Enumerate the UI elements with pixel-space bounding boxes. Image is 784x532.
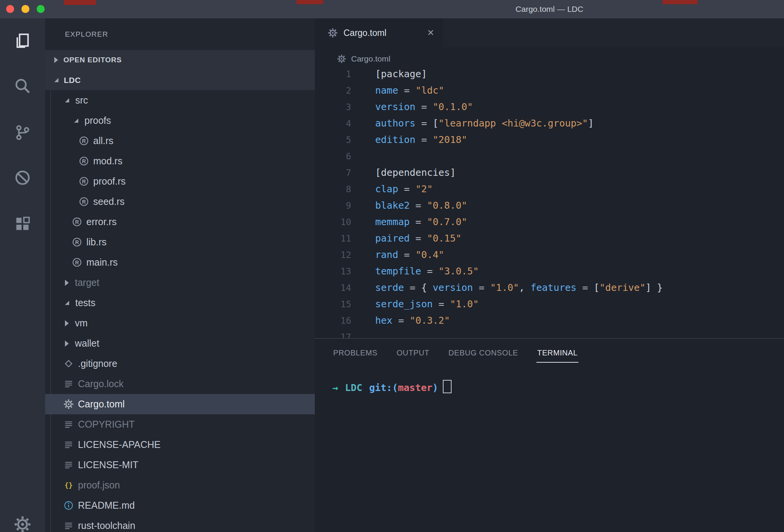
chevron-right-icon [54,57,58,63]
code-line[interactable]: 2name = "ldc" [315,82,784,99]
open-editors-section[interactable]: OPEN EDITORS [45,50,315,70]
tree-file-main.rs[interactable]: main.rs [45,252,315,272]
line-number: 11 [315,230,351,247]
line-number: 1 [315,70,351,83]
activitybar-explorer[interactable] [14,32,31,50]
code-line[interactable]: 9blake2 = "0.8.0" [315,197,784,214]
code-line[interactable]: 10memmap = "0.7.0" [315,214,784,230]
code-line[interactable]: 8clap = "2" [315,181,784,197]
code-line[interactable]: 14serde = { version = "1.0", features = … [315,279,784,296]
tree-folder-proofs[interactable]: proofs [45,110,315,131]
code-token: "1.0" [450,298,479,310]
activitybar-search[interactable] [14,77,31,95]
code-line[interactable]: 6 [315,148,784,164]
code-text: edition = "2018" [375,134,467,145]
panel-tab-problems[interactable]: PROBLEMS [332,345,378,363]
activitybar-extensions[interactable] [14,215,31,233]
breadcrumb[interactable]: Cargo.toml [315,47,784,70]
rust-icon [79,196,89,207]
tree-file-all.rs[interactable]: all.rs [45,131,315,151]
minimize-window-button[interactable] [21,5,29,13]
code-line[interactable]: 7[dependencies] [315,164,784,181]
code-token: = [404,282,421,293]
code-line[interactable]: 11paired = "0.15" [315,230,784,247]
tree-item-label: error.rs [86,216,117,227]
tree-file-rust-toolchain[interactable]: rust-toolchain [45,516,315,532]
terminal-cursor [443,380,452,393]
tab-label: Cargo.toml [343,28,386,38]
tree-folder-tests[interactable]: tests [45,293,315,313]
gear-icon [63,399,74,409]
vscode-window: Cargo.toml — LDC EXPLORER OPEN EDITORS L… [0,0,784,532]
tree-folder-wallet[interactable]: wallet [45,333,315,354]
tree-item-label: mod.rs [93,156,122,167]
tree-folder-target[interactable]: target [45,272,315,293]
panel-tab-output[interactable]: OUTPUT [396,345,430,363]
extensions-icon [14,215,31,233]
tree-file-LICENSE-MIT[interactable]: LICENSE-MIT [45,455,315,475]
chevron-down-icon [74,118,78,123]
code-token: "derive" [599,282,645,293]
activitybar-source-control[interactable] [14,124,31,141]
code-token: "0.8.0" [427,200,467,211]
prompt-directory: LDC [345,382,362,393]
code-line[interactable]: 3version = "0.1.0" [315,99,784,115]
code-line[interactable]: 16hex = "0.3.2" [315,312,784,329]
close-icon[interactable]: × [427,18,434,47]
tree-file-lib.rs[interactable]: lib.rs [45,232,315,252]
code-line[interactable]: 17 [315,329,784,338]
code-token: authors [375,118,415,129]
tree-file-proof.json[interactable]: proof.json [45,475,315,495]
tree-file-proof.rs[interactable]: proof.rs [45,171,315,191]
code-line[interactable]: 5edition = "2018" [315,131,784,148]
line-number: 6 [315,148,351,165]
tree-file-seed.rs[interactable]: seed.rs [45,191,315,212]
code-token: paired [375,233,410,244]
code-token: hex [375,315,392,326]
tree-file-.gitignore[interactable]: .gitignore [45,354,315,374]
code-token: = [577,282,594,293]
code-text: paired = "0.15" [375,233,462,244]
tree-file-COPYRIGHT[interactable]: COPYRIGHT [45,414,315,435]
panel-tab-debug-console[interactable]: DEBUG CONSOLE [448,345,519,363]
tree-file-LICENSE-APACHE[interactable]: LICENSE-APACHE [45,435,315,455]
code-token: version [433,282,473,293]
activitybar-debug[interactable] [14,169,31,187]
git-branch-icon [14,124,31,141]
tree-file-README.md[interactable]: README.md [45,495,315,516]
zoom-window-button[interactable] [37,5,45,13]
terminal[interactable]: →LDCgit:(master) [315,368,784,393]
tree-file-error.rs[interactable]: error.rs [45,212,315,232]
code-token: "2018" [433,134,467,145]
tree-file-Cargo.toml[interactable]: Cargo.toml [45,394,315,414]
code-line[interactable]: 12rand = "0.4" [315,247,784,263]
code-editor[interactable]: 1[package]2name = "ldc"3version = "0.1.0… [315,70,784,338]
tree-file-Cargo.lock[interactable]: Cargo.lock [45,374,315,394]
code-line[interactable]: 13tempfile = "3.0.5" [315,263,784,279]
close-window-button[interactable] [6,5,14,13]
code-token: = [421,266,438,277]
code-text: [dependencies] [375,167,456,178]
tab-bar: Cargo.toml × [315,18,784,47]
lines-icon [63,460,74,470]
code-text: blake2 = "0.8.0" [375,200,467,211]
code-text: tempfile = "3.0.5" [375,266,479,277]
code-token: = [415,134,432,145]
chevron-right-icon [65,280,69,286]
tree-file-mod.rs[interactable]: mod.rs [45,151,315,171]
git-prompt-close: ) [432,382,438,393]
code-line[interactable]: 15serde_json = "1.0" [315,296,784,312]
tree-folder-vm[interactable]: vm [45,313,315,333]
tree-folder-src[interactable]: src [45,90,315,110]
tree-item-label: proofs [84,115,111,126]
panel-tab-terminal[interactable]: TERMINAL [536,345,578,363]
root-folder-label: LDC [64,76,81,85]
breadcrumb-item: Cargo.toml [351,54,390,63]
explorer-sidebar: EXPLORER OPEN EDITORS LDC srcproofsall.r… [45,18,315,532]
code-line[interactable]: 4authors = ["learndapp <hi@w3c.group>"] [315,115,784,131]
root-folder-section[interactable]: LDC [45,70,315,90]
line-number: 14 [315,280,351,296]
code-line[interactable]: 1[package] [315,70,784,82]
tab-cargo-toml[interactable]: Cargo.toml × [315,18,443,47]
activitybar-settings[interactable] [14,516,31,532]
